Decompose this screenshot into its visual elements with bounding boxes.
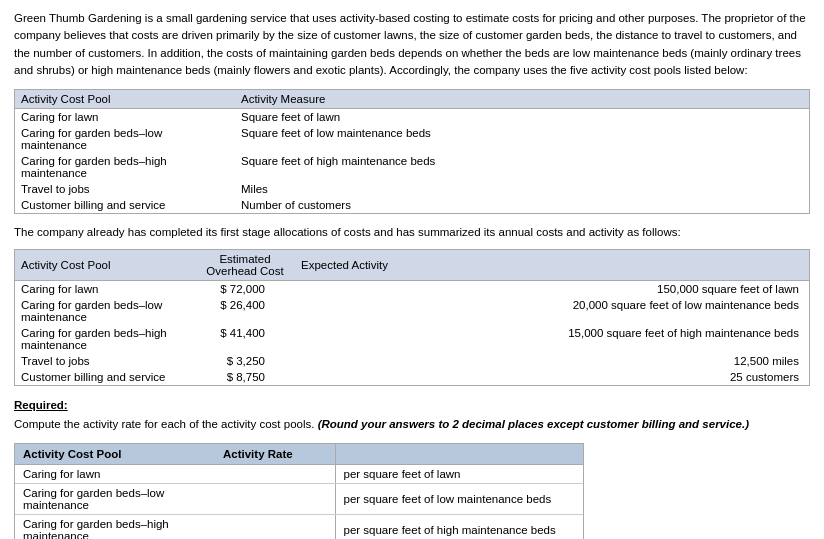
pool-cell: Caring for lawn (15, 109, 235, 126)
table2-col1-header: Activity Cost Pool (15, 250, 195, 281)
pool-cell: Caring for lawn (15, 465, 215, 484)
table-row: Caring for lawn $ 72,000 150,000 square … (15, 281, 809, 298)
measure-cell: Square feet of lawn (235, 109, 809, 126)
table-row: Caring for garden beds–high maintenance … (15, 515, 583, 539)
pool-cell: Caring for garden beds–high maintenance (15, 515, 215, 539)
table-row: Travel to jobs $ 3,250 12,500 miles (15, 353, 809, 369)
table1-col2-header: Activity Measure (235, 90, 809, 109)
activity-cost-pool-table-1: Activity Cost Pool Activity Measure Cari… (14, 89, 810, 214)
activity-cost-pool-table-2: Activity Cost Pool Estimated Overhead Co… (14, 249, 810, 386)
activity-rate-table: Activity Cost Pool Activity Rate Caring … (14, 443, 584, 539)
measure-cell: Miles (235, 181, 809, 197)
activity-rate-input[interactable] (215, 490, 335, 508)
cost-cell: $ 3,250 (195, 353, 295, 369)
pool-cell: Caring for garden beds–high maintenance (15, 153, 235, 181)
measure-cell: Square feet of high maintenance beds (235, 153, 809, 181)
table-row: Customer billing and service Number of c… (15, 197, 809, 213)
pool-cell: Caring for garden beds–low maintenance (15, 125, 235, 153)
activity-cell: 15,000 square feet of high maintenance b… (295, 325, 809, 353)
pool-cell: Customer billing and service (15, 369, 195, 385)
cost-cell: $ 41,400 (195, 325, 295, 353)
activity-rate-input[interactable] (215, 465, 335, 483)
pool-cell: Caring for garden beds–low maintenance (15, 297, 195, 325)
activity-cell: 20,000 square feet of low maintenance be… (295, 297, 809, 325)
required-label: Required: (14, 399, 68, 411)
required-bold-text: (Round your answers to 2 decimal places … (318, 418, 749, 430)
table1-col1-header: Activity Cost Pool (15, 90, 235, 109)
required-section: Required: Compute the activity rate for … (14, 396, 810, 433)
table-row: Caring for garden beds–low maintenance S… (15, 125, 809, 153)
activity-cell: 150,000 square feet of lawn (295, 281, 809, 298)
measure-cell: Number of customers (235, 197, 809, 213)
activity-col2-header: Activity Rate (215, 444, 335, 465)
table-row: Caring for lawn per square feet of lawn (15, 465, 583, 484)
measure-cell: Square feet of low maintenance beds (235, 125, 809, 153)
required-text: Compute the activity rate for each of th… (14, 418, 314, 430)
cost-cell: $ 26,400 (195, 297, 295, 325)
table-row: Customer billing and service $ 8,750 25 … (15, 369, 809, 385)
pool-cell: Caring for garden beds–high maintenance (15, 325, 195, 353)
section2-text: The company already has completed its fi… (14, 224, 810, 241)
pool-cell: Caring for lawn (15, 281, 195, 298)
table-row: Caring for garden beds–low maintenance $… (15, 297, 809, 325)
table-row: Travel to jobs Miles (15, 181, 809, 197)
rate-cell[interactable] (215, 465, 335, 484)
table-row: Caring for garden beds–high maintenance … (15, 153, 809, 181)
activity-cell: 12,500 miles (295, 353, 809, 369)
rate-cell[interactable] (215, 484, 335, 515)
table2-col2-header: Estimated Overhead Cost (195, 250, 295, 281)
cost-cell: $ 8,750 (195, 369, 295, 385)
unit-cell: per square feet of high maintenance beds (335, 515, 583, 539)
cost-cell: $ 72,000 (195, 281, 295, 298)
pool-cell: Customer billing and service (15, 197, 235, 213)
table-row: Caring for garden beds–high maintenance … (15, 325, 809, 353)
table-row: Caring for garden beds–low maintenance p… (15, 484, 583, 515)
unit-cell: per square feet of low maintenance beds (335, 484, 583, 515)
activity-col1-header: Activity Cost Pool (15, 444, 215, 465)
pool-cell: Travel to jobs (15, 181, 235, 197)
activity-cell: 25 customers (295, 369, 809, 385)
pool-cell: Travel to jobs (15, 353, 195, 369)
rate-cell[interactable] (215, 515, 335, 539)
activity-col3-header (335, 444, 583, 465)
intro-text: Green Thumb Gardening is a small gardeni… (14, 10, 810, 79)
activity-rate-input[interactable] (215, 521, 335, 539)
pool-cell: Caring for garden beds–low maintenance (15, 484, 215, 515)
table-row: Caring for lawn Square feet of lawn (15, 109, 809, 126)
unit-cell: per square feet of lawn (335, 465, 583, 484)
table2-col3-header: Expected Activity (295, 250, 809, 281)
